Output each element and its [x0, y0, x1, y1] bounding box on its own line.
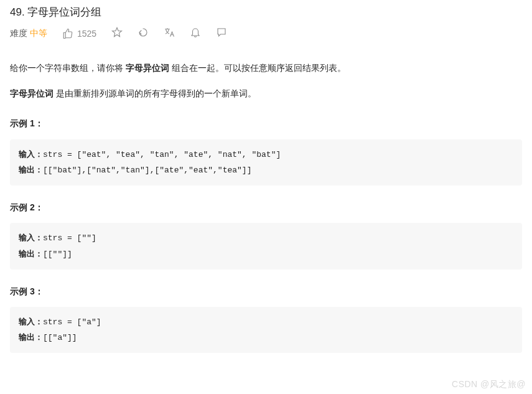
likes-button[interactable]: 1525 [62, 28, 96, 39]
description-paragraph: 给你一个字符串数组，请你将 字母异位词 组合在一起。可以按任意顺序返回结果列表。 [10, 60, 522, 77]
input-label: 输入： [19, 149, 43, 159]
example-title: 示例 1： [10, 115, 522, 132]
example-output: [[""]] [43, 250, 72, 259]
notification-button[interactable] [190, 27, 201, 40]
feedback-button[interactable] [216, 27, 227, 40]
output-label: 输出： [19, 249, 43, 258]
share-button[interactable] [138, 27, 149, 40]
description-paragraph: 字母异位词 是由重新排列源单词的所有字母得到的一个新单词。 [10, 85, 522, 102]
input-label: 输入： [19, 317, 43, 326]
example-output: [["a"]] [43, 333, 77, 342]
output-label: 输出： [19, 165, 43, 174]
bold-term: 字母异位词 [10, 88, 54, 98]
difficulty: 难度 中等 [10, 28, 47, 39]
share-icon [138, 27, 149, 38]
text: 是由重新排列源单词的所有字母得到的一个新单词。 [54, 88, 256, 98]
output-label: 输出： [19, 332, 43, 342]
example-block: 输入：strs = ["a"] 输出：[["a"]] [10, 307, 522, 353]
star-icon [111, 27, 123, 38]
example-input: strs = ["eat", "tea", "tan", "ate", "nat… [43, 150, 281, 159]
meta-row: 难度 中等 1525 [10, 27, 522, 40]
thumbs-up-icon [62, 28, 73, 39]
example-title: 示例 2： [10, 199, 522, 216]
example-input: strs = ["a"] [43, 317, 101, 327]
example-block: 输入：strs = [""] 输出：[[""]] [10, 223, 522, 269]
favorite-button[interactable] [111, 27, 123, 40]
problem-description: 给你一个字符串数组，请你将 字母异位词 组合在一起。可以按任意顺序返回结果列表。… [10, 60, 522, 353]
example-block: 输入：strs = ["eat", "tea", "tan", "ate", "… [10, 139, 522, 185]
likes-count: 1525 [77, 29, 96, 39]
bold-term: 字母异位词 [126, 63, 169, 73]
translate-icon [164, 27, 175, 38]
problem-title: 49. 字母异位词分组 [10, 5, 522, 19]
text: 组合在一起。可以按任意顺序返回结果列表。 [169, 63, 346, 73]
difficulty-label: 难度 [10, 28, 27, 38]
translate-button[interactable] [164, 27, 175, 40]
watermark: CSDN @风之旅@ [452, 379, 526, 390]
text: 给你一个字符串数组，请你将 [10, 63, 126, 73]
feedback-icon [216, 27, 227, 38]
input-label: 输入： [19, 233, 43, 242]
example-output: [["bat"],["nat","tan"],["ate","eat","tea… [43, 166, 251, 175]
difficulty-value: 中等 [30, 28, 47, 38]
example-input: strs = [""] [43, 233, 96, 243]
example-title: 示例 3： [10, 283, 522, 300]
bell-icon [190, 27, 201, 38]
